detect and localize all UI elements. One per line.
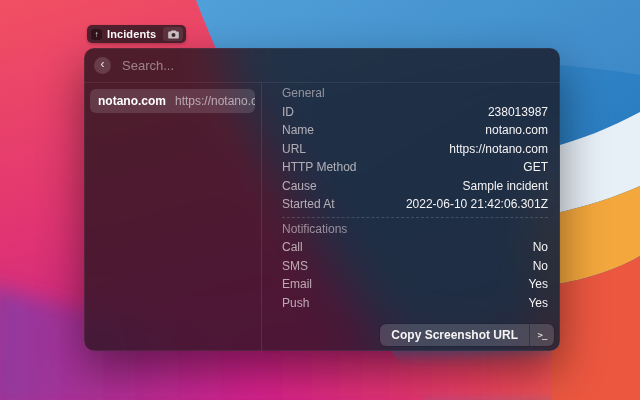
copy-screenshot-url-button[interactable]: Copy Screenshot URL >_ — [380, 324, 554, 346]
row-label: Cause — [282, 179, 317, 193]
incidents-window: ‹ notano.com https://notano.com General … — [84, 48, 560, 351]
screenshot-camera-button[interactable] — [163, 27, 183, 41]
row-value: Yes — [528, 296, 548, 310]
row-value: GET — [523, 160, 548, 174]
incident-name: notano.com — [98, 94, 166, 108]
row-label: Email — [282, 277, 312, 291]
search-input[interactable] — [120, 57, 550, 74]
row-value: No — [533, 259, 548, 273]
detail-row-email: Email Yes — [282, 275, 548, 294]
menubar-incidents-pill[interactable]: ↑ Incidents — [87, 25, 186, 43]
row-value: 238013987 — [488, 105, 548, 119]
row-label: Name — [282, 123, 314, 137]
row-label: ID — [282, 105, 294, 119]
row-value: No — [533, 240, 548, 254]
detail-row-name: Name notano.com — [282, 121, 548, 140]
row-value: 2022-06-10 21:42:06.301Z — [406, 197, 548, 211]
row-value: Sample incident — [463, 179, 548, 193]
row-label: Call — [282, 240, 303, 254]
incident-detail-pane: General ID 238013987 Name notano.com URL… — [262, 83, 560, 351]
detail-row-id: ID 238013987 — [282, 103, 548, 122]
incident-url: https://notano.com — [175, 94, 255, 108]
detail-row-call: Call No — [282, 238, 548, 257]
detail-row-url: URL https://notano.com — [282, 140, 548, 159]
copy-screenshot-url-label: Copy Screenshot URL — [380, 324, 529, 346]
incident-list-pane: notano.com https://notano.com — [84, 83, 262, 351]
section-header-general: General — [282, 84, 548, 103]
chevron-left-icon: ‹ — [101, 58, 105, 70]
row-label: Started At — [282, 197, 335, 211]
detail-row-cause: Cause Sample incident — [282, 177, 548, 196]
back-button[interactable]: ‹ — [94, 57, 111, 74]
row-value: Yes — [528, 277, 548, 291]
section-title: General — [282, 86, 325, 100]
row-label: SMS — [282, 259, 308, 273]
section-header-notifications: Notifications — [282, 220, 548, 239]
section-title: Notifications — [282, 222, 347, 236]
section-divider — [282, 217, 548, 218]
row-label: Push — [282, 296, 309, 310]
window-content: notano.com https://notano.com General ID… — [84, 83, 560, 351]
search-toolbar: ‹ — [84, 48, 560, 83]
row-value: notano.com — [485, 123, 548, 137]
terminal-icon[interactable]: >_ — [530, 324, 554, 346]
incidents-app-icon: ↑ — [91, 29, 102, 40]
incident-list-item[interactable]: notano.com https://notano.com — [90, 89, 255, 113]
detail-row-http-method: HTTP Method GET — [282, 158, 548, 177]
menubar-pill-label: Incidents — [107, 28, 158, 40]
row-label: HTTP Method — [282, 160, 356, 174]
detail-row-push: Push Yes — [282, 294, 548, 313]
row-value: https://notano.com — [449, 142, 548, 156]
detail-row-sms: SMS No — [282, 257, 548, 276]
row-label: URL — [282, 142, 306, 156]
detail-row-started-at: Started At 2022-06-10 21:42:06.301Z — [282, 195, 548, 214]
camera-icon — [168, 30, 179, 39]
